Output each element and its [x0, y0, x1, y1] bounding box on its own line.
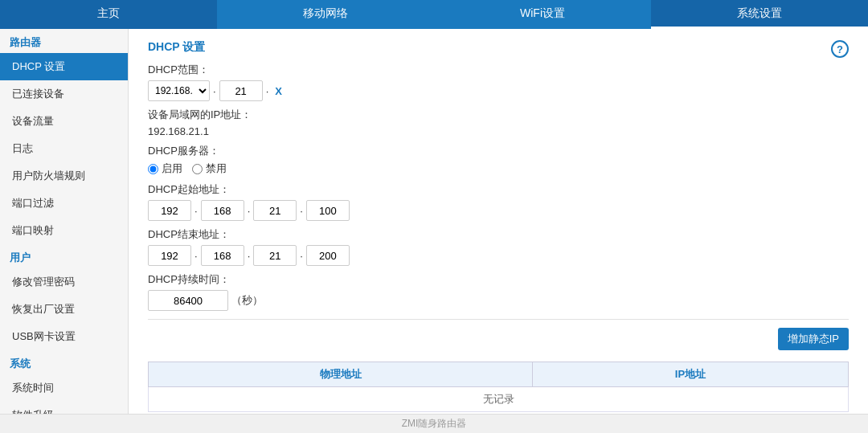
dhcp-start-inputs: · · ·: [148, 200, 849, 221]
dhcp-range-end-input[interactable]: [219, 80, 263, 101]
dhcp-start-1[interactable]: [148, 200, 191, 221]
dhcp-disable-input[interactable]: [192, 164, 203, 174]
dhcp-disable-label: 禁用: [206, 161, 227, 176]
dhcp-server-label: DHCP服务器：: [148, 144, 849, 158]
static-ip-section: 增加静态IP: [148, 328, 849, 355]
dhcp-start-3[interactable]: [253, 200, 297, 221]
dhcp-range-inputs: 192.168. · · X: [148, 80, 849, 101]
divider-1: [148, 319, 849, 320]
dhcp-enable-input[interactable]: [148, 164, 158, 174]
layout: 路由器DHCP 设置已连接设备设备流量日志用户防火墙规则端口过滤端口映射用户修改…: [0, 29, 868, 414]
footer-text: ZMI随身路由器: [402, 417, 467, 431]
local-ip-value: 192.168.21.1: [148, 125, 849, 137]
dhcp-start-2[interactable]: [201, 200, 244, 221]
dhcp-lease-unit: （秒）: [231, 293, 263, 308]
dhcp-start-4[interactable]: [306, 200, 350, 221]
dhcp-end-2[interactable]: [201, 245, 244, 266]
dhcp-end-1[interactable]: [148, 245, 191, 266]
sidebar-item-traffic[interactable]: 设备流量: [0, 108, 128, 135]
dhcp-enable-radio[interactable]: 启用: [148, 161, 182, 176]
dhcp-section-title: DHCP 设置: [148, 40, 849, 55]
sidebar-item-time[interactable]: 系统时间: [0, 374, 128, 402]
sidebar: 路由器DHCP 设置已连接设备设备流量日志用户防火墙规则端口过滤端口映射用户修改…: [0, 29, 129, 414]
dhcp-start-label: DHCP起始地址：: [148, 182, 849, 197]
help-icon[interactable]: ?: [831, 40, 849, 58]
top-nav: 主页移动网络WiFi设置系统设置: [0, 0, 868, 29]
nav-item-home[interactable]: 主页: [0, 0, 217, 29]
table-col-ip: IP地址: [533, 362, 849, 387]
ip-sep-1: ·: [213, 85, 216, 97]
nav-item-wifi[interactable]: WiFi设置: [434, 0, 651, 29]
sidebar-item-password[interactable]: 修改管理密码: [0, 268, 128, 296]
no-record-cell: 无记录: [149, 387, 849, 412]
sidebar-item-usb[interactable]: USB网卡设置: [0, 323, 128, 350]
dhcp-enable-label: 启用: [162, 161, 182, 176]
dhcp-end-inputs: · · ·: [148, 245, 849, 266]
sidebar-item-reset[interactable]: 恢复出厂设置: [0, 296, 128, 323]
sidebar-section-用户: 用户: [0, 244, 128, 268]
dhcp-end-3[interactable]: [253, 245, 297, 266]
table-col-mac: 物理地址: [149, 362, 533, 387]
nav-item-system[interactable]: 系统设置: [651, 0, 868, 29]
static-ip-table: 物理地址 IP地址 无记录: [148, 362, 849, 412]
sidebar-item-log[interactable]: 日志: [0, 135, 128, 162]
dhcp-range-x[interactable]: X: [275, 85, 282, 97]
bottom-bar: ZMI随身路由器: [0, 414, 868, 433]
dhcp-range-label: DHCP范围：: [148, 63, 849, 77]
sidebar-item-portfilter[interactable]: 端口过滤: [0, 190, 128, 217]
main-content: ? DHCP 设置 DHCP范围： 192.168. · · X 设备局域网的I…: [129, 29, 868, 414]
dhcp-end-4[interactable]: [306, 245, 350, 266]
add-static-ip-button[interactable]: 增加静态IP: [778, 328, 849, 350]
dhcp-disable-radio[interactable]: 禁用: [192, 161, 227, 176]
dhcp-server-radio-row: 启用 禁用: [148, 161, 849, 176]
dhcp-lease-row: （秒）: [148, 290, 849, 311]
sidebar-item-upgrade[interactable]: 软件升级: [0, 402, 128, 414]
dhcp-end-label: DHCP结束地址：: [148, 227, 849, 242]
sidebar-section-路由器: 路由器: [0, 29, 128, 53]
dhcp-lease-label: DHCP持续时间：: [148, 272, 849, 287]
nav-item-mobile[interactable]: 移动网络: [217, 0, 434, 29]
sidebar-item-dhcp[interactable]: DHCP 设置: [0, 53, 128, 80]
sidebar-item-firewall[interactable]: 用户防火墙规则: [0, 162, 128, 190]
dhcp-range-select[interactable]: 192.168.: [148, 80, 210, 101]
sidebar-item-portmap[interactable]: 端口映射: [0, 217, 128, 244]
table-row-empty: 无记录: [149, 387, 849, 412]
local-ip-label: 设备局域网的IP地址：: [148, 108, 849, 122]
sidebar-item-connected[interactable]: 已连接设备: [0, 80, 128, 108]
ip-sep-2: ·: [266, 85, 269, 97]
sidebar-section-系统: 系统: [0, 350, 128, 374]
dhcp-lease-input[interactable]: [148, 290, 228, 311]
